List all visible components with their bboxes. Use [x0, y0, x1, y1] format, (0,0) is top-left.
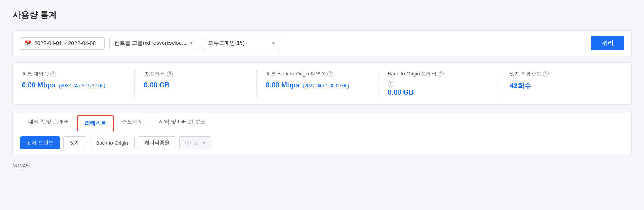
- domain-value: 모두도메인(15): [208, 40, 245, 47]
- tab-region-isp[interactable]: 지역 및 ISP 간 분포: [151, 113, 214, 131]
- calendar-icon: 📅: [25, 40, 31, 46]
- help-icon-total-traffic[interactable]: ?: [167, 71, 173, 77]
- help-icon-peak-bandwidth[interactable]: ?: [50, 71, 56, 77]
- bottom-text: NtI 245: [12, 163, 632, 169]
- filter-bar: 📅 2022-04-01 ~ 2022-04-08 컨트롤 그룹(cdnetwo…: [12, 30, 632, 56]
- stat-label-edge-requests: 엣지 리퀘스트 ?: [510, 70, 613, 77]
- chevron-down-icon: ▼: [271, 41, 275, 45]
- chevron-down-icon: ▼: [190, 41, 193, 45]
- stat-label-peak-bandwidth: 피크 대역폭 ?: [22, 70, 125, 77]
- control-group-select[interactable]: 컨트롤 그룹(cdnetworksclou... ▼: [109, 37, 198, 50]
- stat-peak-bandwidth: 피크 대역폭 ? 0.00 Mbps (2022-04-05 15:20:00): [22, 70, 135, 97]
- stat-value-edge-requests: 42회수: [510, 81, 613, 90]
- subtab-cache-hit-rate[interactable]: 캐시적중율: [138, 136, 176, 149]
- control-group-value: 컨트롤 그룹(cdnetworksclou...: [114, 40, 186, 47]
- chevron-down-icon: ▼: [202, 141, 206, 145]
- help-icon-bto-traffic[interactable]: ?: [438, 71, 444, 77]
- date-range-input[interactable]: 📅 2022-04-01 ~ 2022-04-08: [20, 37, 105, 50]
- stats-card: 피크 대역폭 ? 0.00 Mbps (2022-04-05 15:20:00)…: [12, 62, 632, 105]
- time-select: 매시간 ▼: [179, 136, 211, 149]
- stat-edge-requests: 엣지 리퀘스트 ? 42회수: [500, 70, 622, 97]
- query-button[interactable]: 쿼리: [591, 36, 624, 50]
- stat-label-bto-traffic: Back-to-Origin 트래픽 ?: [388, 70, 491, 77]
- subtab-all-trends[interactable]: 전체 트렌드: [20, 136, 60, 149]
- stat-bto-traffic: Back-to-Origin 트래픽 ? ? 0.00 GB: [378, 70, 500, 97]
- subtab-edge[interactable]: 엣지: [63, 136, 86, 149]
- subtabs-row: 전체 트렌드 엣지 Back-to-Origin 캐시적중율 매시간 ▼: [12, 131, 632, 155]
- tab-requests[interactable]: 리퀘스트: [77, 115, 114, 131]
- stat-total-traffic: 총 트래픽 ? 0.00 GB: [135, 70, 257, 97]
- stat-value-bto-traffic: 0.00 GB: [388, 89, 491, 97]
- stat-value-peak-bandwidth: 0.00 Mbps (2022-04-05 15:20:00): [22, 81, 125, 89]
- stat-peak-bto-bandwidth: 피크 Back-to-Origin 대역폭 ? 0.00 Mbps (2022-…: [257, 70, 379, 97]
- stat-value-total-traffic: 0.00 GB: [144, 81, 247, 89]
- tab-bandwidth-traffic[interactable]: 대역폭 및 트래픽: [20, 113, 77, 131]
- stat-label-peak-bto-bandwidth: 피크 Back-to-Origin 대역폭 ?: [266, 70, 369, 77]
- stat-label-total-traffic: 총 트래픽 ?: [144, 70, 247, 77]
- help-icon-bto-traffic-2[interactable]: ?: [388, 81, 393, 87]
- help-icon-peak-bto-bandwidth[interactable]: ?: [327, 71, 333, 77]
- page-title: 사용량 통계: [12, 9, 632, 21]
- stat-value-peak-bto-bandwidth: 0.00 Mbps (2022-04-01 00:05:00): [266, 81, 369, 89]
- date-range-value: 2022-04-01 ~ 2022-04-08: [34, 40, 96, 46]
- subtab-back-to-origin[interactable]: Back-to-Origin: [90, 137, 135, 149]
- tab-storage[interactable]: 스토리지: [114, 113, 151, 131]
- domain-select[interactable]: 모두도메인(15) ▼: [203, 37, 280, 50]
- tabs-row: 대역폭 및 트래픽 리퀘스트 스토리지 지역 및 ISP 간 분포: [12, 113, 632, 131]
- help-icon-edge-requests[interactable]: ?: [543, 71, 549, 77]
